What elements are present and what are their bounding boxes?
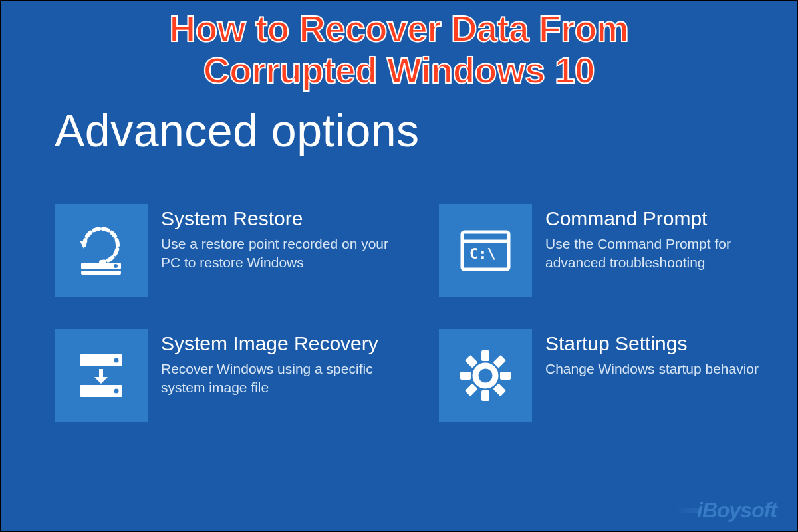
article-overlay-title: How to Recover Data From Corrupted Windo… [1, 8, 797, 92]
svg-point-13 [475, 366, 495, 386]
tile-text: System Image Recovery Recover Windows us… [161, 329, 399, 398]
tile-title: Command Prompt [545, 207, 783, 231]
svg-text:C:\: C:\ [469, 245, 496, 262]
option-command-prompt[interactable]: C:\ Command Prompt Use the Command Promp… [439, 204, 783, 297]
tile-desc: Change Windows startup behavior [545, 360, 759, 378]
startup-settings-icon [439, 329, 532, 422]
svg-marker-12 [94, 377, 108, 384]
tile-text: System Restore Use a restore point recor… [161, 204, 399, 273]
overlay-title-line2: Corrupted Windows 10 [203, 50, 595, 91]
tile-desc: Use the Command Prompt for advanced trou… [545, 235, 783, 273]
svg-rect-2 [81, 271, 121, 275]
svg-marker-0 [80, 241, 88, 249]
tile-text: Startup Settings Change Windows startup … [545, 329, 759, 378]
tile-desc: Use a restore point recorded on your PC … [161, 235, 399, 273]
svg-rect-15 [493, 355, 506, 368]
svg-point-8 [114, 358, 119, 363]
svg-rect-19 [465, 383, 478, 396]
watermark-text: iBoysoft [697, 498, 777, 522]
svg-point-10 [114, 389, 119, 394]
svg-rect-20 [460, 372, 471, 380]
svg-point-3 [114, 264, 118, 268]
svg-rect-18 [481, 390, 489, 401]
tile-title: System Image Recovery [161, 332, 399, 356]
option-startup-settings[interactable]: Startup Settings Change Windows startup … [439, 329, 783, 422]
tile-desc: Recover Windows using a specific system … [161, 360, 399, 398]
option-system-image-recovery[interactable]: System Image Recovery Recover Windows us… [55, 329, 399, 422]
option-system-restore[interactable]: System Restore Use a restore point recor… [55, 204, 399, 297]
svg-rect-16 [500, 372, 511, 380]
tile-title: System Restore [161, 207, 399, 231]
tile-title: Startup Settings [545, 332, 759, 356]
command-prompt-icon: C:\ [439, 204, 532, 297]
options-grid: System Restore Use a restore point recor… [55, 204, 783, 422]
page-title: Advanced options [55, 104, 420, 156]
watermark-logo: iBoysoft [673, 498, 777, 523]
svg-rect-17 [493, 383, 506, 396]
svg-rect-14 [481, 350, 489, 361]
overlay-title-line1: How to Recover Data From [170, 8, 629, 49]
system-image-recovery-icon [55, 329, 148, 422]
svg-rect-21 [465, 355, 478, 368]
tile-text: Command Prompt Use the Command Prompt fo… [545, 204, 783, 273]
system-restore-icon [55, 204, 148, 297]
